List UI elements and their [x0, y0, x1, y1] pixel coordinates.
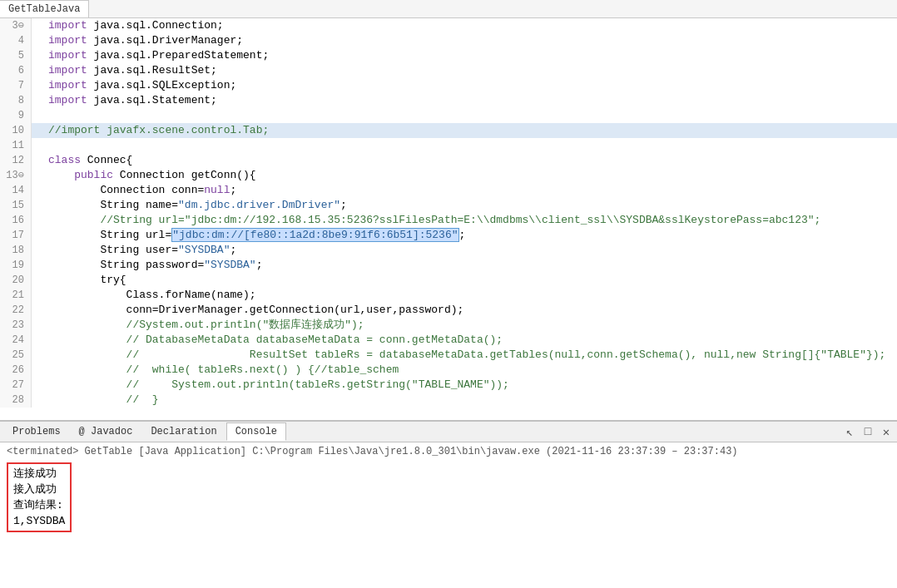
line-content: import java.sql.ResultSet; — [43, 63, 897, 78]
line-content: import java.sql.SQLException; — [43, 78, 897, 93]
code-line: 15 String name="dm.jdbc.driver.DmDriver"… — [0, 198, 897, 213]
code-line: 25 // ResultSet tableRs = databaseMetaDa… — [0, 348, 897, 363]
line-content: // DatabaseMetaData databaseMetaData = c… — [43, 333, 897, 348]
editor-tab-bar: GetTableJava — [0, 0, 897, 18]
line-content: //String url="jdbc:dm://192.168.15.35:52… — [43, 213, 897, 228]
line-fold-arrow — [32, 393, 43, 408]
bottom-tab-console[interactable]: Console — [226, 422, 286, 441]
line-number: 3⊖ — [0, 18, 32, 33]
line-fold-arrow — [32, 333, 43, 348]
line-fold-arrow — [32, 108, 43, 123]
code-line: 7import java.sql.SQLException; — [0, 78, 897, 93]
code-line: 24 // DatabaseMetaData databaseMetaData … — [0, 333, 897, 348]
close-icon[interactable]: ✕ — [879, 424, 894, 439]
line-content: import java.sql.DriverManager; — [43, 33, 897, 48]
code-line: 26 // while( tableRs.next() ) {//table_s… — [0, 363, 897, 378]
code-area[interactable]: 3⊖import java.sql.Connection;4import jav… — [0, 18, 897, 420]
line-fold-arrow — [32, 123, 43, 138]
line-fold-arrow — [32, 378, 43, 393]
line-fold-arrow — [32, 288, 43, 303]
code-line: 11 — [0, 138, 897, 153]
line-content — [43, 138, 897, 153]
line-number: 21 — [0, 288, 32, 303]
line-number: 26 — [0, 363, 32, 378]
editor-tab-label: GetTableJava — [8, 3, 80, 15]
console-line: 1,SYSDBA — [13, 513, 65, 529]
line-fold-arrow — [32, 198, 43, 213]
code-line: 8import java.sql.Statement; — [0, 93, 897, 108]
line-number: 10 — [0, 123, 32, 138]
code-line: 20 try{ — [0, 273, 897, 288]
line-fold-arrow[interactable] — [32, 168, 43, 183]
code-line: 21 Class.forName(name); — [0, 288, 897, 303]
code-line: 22 conn=DriverManager.getConnection(url,… — [0, 303, 897, 318]
line-content: import java.sql.PreparedStatement; — [43, 48, 897, 63]
line-content: public Connection getConn(){ — [43, 168, 897, 183]
console-line: 接入成功 — [13, 482, 65, 497]
console-line: 连接成功 — [13, 466, 65, 482]
line-content: //System.out.println("数据库连接成功"); — [43, 318, 897, 333]
line-number: 5 — [0, 48, 32, 63]
line-content: Connection conn=null; — [43, 183, 897, 198]
line-fold-arrow — [32, 273, 43, 288]
line-content: import java.sql.Connection; — [43, 18, 897, 33]
line-number: 27 — [0, 378, 32, 393]
bottom-tab---javadoc[interactable]: @ Javadoc — [70, 422, 142, 441]
code-line: 27 // System.out.println(tableRs.getStri… — [0, 378, 897, 393]
code-line: 16 //String url="jdbc:dm://192.168.15.35… — [0, 213, 897, 228]
line-content: String name="dm.jdbc.driver.DmDriver"; — [43, 198, 897, 213]
line-content: // ResultSet tableRs = databaseMetaData.… — [43, 348, 897, 363]
line-fold-arrow — [32, 348, 43, 363]
line-content: Class.forName(name); — [43, 288, 897, 303]
line-fold-arrow[interactable] — [32, 18, 43, 33]
line-content: conn=DriverManager.getConnection(url,use… — [43, 303, 897, 318]
line-fold-arrow — [32, 303, 43, 318]
console-terminated-label: <terminated> GetTable [Java Application]… — [7, 446, 890, 457]
line-fold-arrow — [32, 153, 43, 168]
code-line: 12class Connec{ — [0, 153, 897, 168]
line-number: 17 — [0, 228, 32, 243]
code-line: 28 // } — [0, 393, 897, 408]
code-line: 19 String password="SYSDBA"; — [0, 258, 897, 273]
code-line: 17 String url="jdbc:dm://[fe80::1a2d:8be… — [0, 228, 897, 243]
line-content: // } — [43, 393, 897, 408]
pin-icon[interactable]: ↖ — [842, 424, 857, 439]
line-content: //import javafx.scene.control.Tab; — [43, 123, 897, 138]
line-number: 13⊖ — [0, 168, 32, 183]
line-fold-arrow — [32, 48, 43, 63]
maximize-icon[interactable]: □ — [860, 424, 875, 439]
line-number: 8 — [0, 93, 32, 108]
line-fold-arrow — [32, 258, 43, 273]
editor-tab[interactable]: GetTableJava — [0, 0, 89, 17]
line-content: class Connec{ — [43, 153, 897, 168]
code-line: 6import java.sql.ResultSet; — [0, 63, 897, 78]
console-area: <terminated> GetTable [Java Application]… — [0, 442, 897, 588]
line-content: // System.out.println(tableRs.getString(… — [43, 378, 897, 393]
bottom-tab-declaration[interactable]: Declaration — [141, 422, 225, 441]
line-fold-arrow — [32, 183, 43, 198]
line-number: 23 — [0, 318, 32, 333]
line-fold-arrow — [32, 33, 43, 48]
line-number: 18 — [0, 243, 32, 258]
bottom-tab-problems[interactable]: Problems — [3, 422, 70, 441]
code-line: 9 — [0, 108, 897, 123]
line-fold-arrow — [32, 228, 43, 243]
line-number: 25 — [0, 348, 32, 363]
line-number: 19 — [0, 258, 32, 273]
line-content: try{ — [43, 273, 897, 288]
code-line: 5import java.sql.PreparedStatement; — [0, 48, 897, 63]
line-fold-arrow — [32, 243, 43, 258]
code-line: 18 String user="SYSDBA"; — [0, 243, 897, 258]
line-number: 28 — [0, 393, 32, 408]
code-line: 13⊖ public Connection getConn(){ — [0, 168, 897, 183]
line-fold-arrow — [32, 138, 43, 153]
line-content: import java.sql.Statement; — [43, 93, 897, 108]
line-content: String user="SYSDBA"; — [43, 243, 897, 258]
code-lines: 3⊖import java.sql.Connection;4import jav… — [0, 18, 897, 408]
line-number: 22 — [0, 303, 32, 318]
line-number: 9 — [0, 108, 32, 123]
line-number: 7 — [0, 78, 32, 93]
code-line: 10//import javafx.scene.control.Tab; — [0, 123, 897, 138]
bottom-tab-bar: Problems@ JavadocDeclarationConsole ↖ □ … — [0, 421, 897, 442]
line-number: 6 — [0, 63, 32, 78]
